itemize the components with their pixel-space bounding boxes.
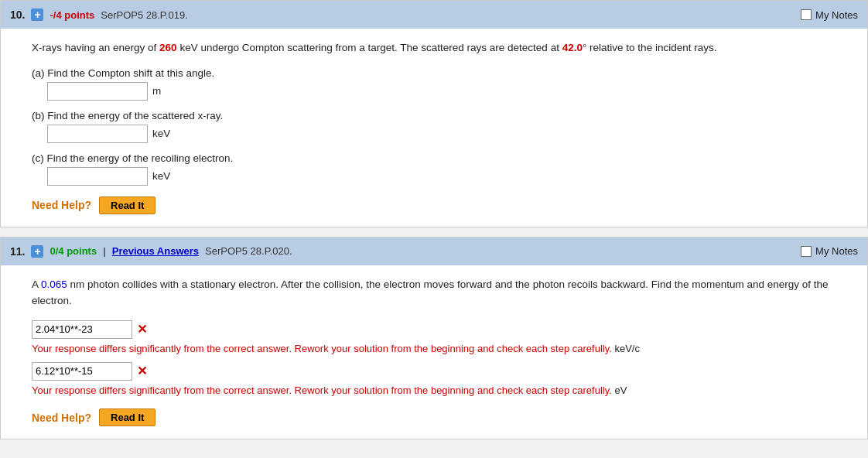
problem-10-need-help-label: Need Help?: [32, 199, 91, 211]
problem-10-need-help-row: Need Help? Read It: [32, 197, 852, 214]
problem-10-read-it-button[interactable]: Read It: [99, 197, 155, 214]
problem-10-my-notes[interactable]: My Notes: [801, 9, 858, 21]
notes-checkbox-10[interactable]: [801, 9, 812, 20]
part-11-2-x-icon[interactable]: ✕: [137, 364, 147, 378]
part-10c-input[interactable]: [47, 167, 148, 186]
part-11-2-unit: eV: [614, 385, 627, 396]
problem-11-sep: |: [103, 245, 106, 257]
part-10a-input-row: m: [47, 82, 852, 101]
problem-11-need-help-row: Need Help? Read It: [32, 408, 852, 426]
notes-checkbox-11[interactable]: [801, 246, 812, 257]
stmt-11-nm: 0.065: [41, 279, 67, 290]
problem-10-notes-label: My Notes: [815, 9, 858, 21]
stmt-10-energy: 260: [159, 42, 177, 53]
problem-11-header-left: 11. + 0/4 points | Previous Answers SerP…: [10, 245, 292, 258]
problem-10-body: X-rays having an energy of 260 keV under…: [1, 29, 867, 227]
part-11-2-input-row: ✕: [32, 362, 852, 381]
part-10b-unit: keV: [152, 128, 170, 139]
problem-11-series: SerPOP5 28.P.020.: [205, 245, 292, 257]
part-11-2-input[interactable]: [32, 362, 132, 381]
problem-10-series: SerPOP5 28.P.019.: [101, 9, 188, 21]
problem-11-notes-label: My Notes: [815, 245, 858, 257]
stmt-10-mid: keV undergo Compton scattering from a ta…: [177, 42, 562, 53]
stmt-10-angle: 42.0: [562, 42, 583, 53]
problem-10-plus-icon[interactable]: +: [31, 9, 43, 21]
stmt-11-post: nm photon collides with a stationary ele…: [32, 279, 829, 307]
part-11-2-error: Your response differs significantly from…: [32, 384, 852, 398]
problem-11-header: 11. + 0/4 points | Previous Answers SerP…: [1, 238, 867, 265]
problem-11-number: 11.: [10, 245, 25, 258]
problem-11-statement: A 0.065 nm photon collides with a statio…: [32, 276, 852, 309]
problem-11-plus-icon[interactable]: +: [31, 245, 43, 258]
part-10c-label: (c) Find the energy of the recoiling ele…: [32, 152, 852, 164]
problem-10-header: 10. + -/4 points SerPOP5 28.P.019. My No…: [1, 1, 867, 29]
problem-10: 10. + -/4 points SerPOP5 28.P.019. My No…: [0, 0, 868, 227]
problem-11-prev-answers[interactable]: Previous Answers: [112, 245, 199, 257]
part-11-1-x-icon[interactable]: ✕: [137, 322, 147, 337]
part-10a-input[interactable]: [47, 82, 148, 101]
problem-10-statement: X-rays having an energy of 260 keV under…: [32, 39, 852, 56]
part-11-1-input[interactable]: [32, 320, 132, 339]
problem-10-points: -/4 points: [50, 9, 94, 21]
stmt-10-pre: X-rays having an energy of: [32, 42, 159, 53]
problem-11-points: 0/4 points: [50, 245, 97, 257]
problem-11-my-notes[interactable]: My Notes: [801, 245, 858, 257]
problem-11-need-help-label: Need Help?: [32, 412, 91, 424]
problem-10-number: 10.: [10, 9, 25, 21]
part-10c-input-row: keV: [47, 167, 852, 186]
part-11-1-input-row: ✕: [32, 320, 852, 339]
part-10b-input-row: keV: [47, 125, 852, 143]
part-10b-input[interactable]: [47, 125, 148, 143]
stmt-11-pre: A: [32, 279, 41, 290]
problem-11: 11. + 0/4 points | Previous Answers SerP…: [0, 237, 868, 440]
part-11-1-unit: keV/c: [614, 343, 640, 354]
stmt-10-end: ° relative to the incident rays.: [583, 42, 716, 53]
part-10a-unit: m: [152, 85, 161, 97]
part-10a-label: (a) Find the Compton shift at this angle…: [32, 67, 852, 79]
problem-10-header-left: 10. + -/4 points SerPOP5 28.P.019.: [10, 9, 188, 21]
part-11-1-error: Your response differs significantly from…: [32, 342, 852, 356]
problem-11-read-it-button[interactable]: Read It: [99, 408, 155, 426]
part-10c-unit: keV: [152, 170, 170, 182]
problem-11-body: A 0.065 nm photon collides with a statio…: [1, 265, 867, 439]
part-10b-label: (b) Find the energy of the scattered x-r…: [32, 110, 852, 121]
